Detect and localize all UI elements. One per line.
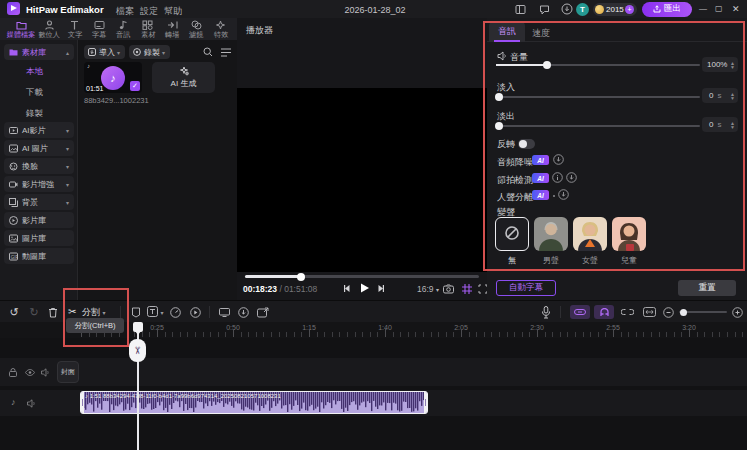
sidebar-item-record[interactable]: 錄製 (26, 108, 43, 120)
ai-generate-card[interactable]: AI 生成 (152, 62, 215, 93)
magnet-toggle-button[interactable] (594, 305, 614, 319)
tab-subtitles[interactable]: 字幕 (87, 19, 111, 40)
zoom-in-icon[interactable] (731, 306, 743, 318)
app-title: HitPaw Edimakor (26, 4, 104, 15)
auto-subtitle-button[interactable]: 自動字幕 (496, 280, 556, 296)
seek-thumb[interactable] (297, 273, 305, 281)
tab-materials[interactable]: 素材 (136, 19, 160, 40)
maximize-button[interactable]: ▢ (715, 4, 723, 13)
total-time: 01:51:08 (284, 284, 317, 294)
cover-button[interactable]: 封面 (57, 361, 79, 383)
clip-duration: 01:51 (86, 85, 104, 92)
clip-filename: 88b3429...1002231 (84, 96, 149, 105)
voiceover-mic-icon[interactable] (539, 305, 552, 319)
track-visibility-icon[interactable] (24, 367, 35, 377)
reset-button[interactable]: 重置 (678, 280, 736, 296)
sidebar-item-video-library[interactable]: 影片庫 (4, 212, 74, 228)
titlebar: HitPaw Edimakor 檔案 設定 幫助 2026-01-28_02 T… (0, 0, 747, 18)
zoom-thumb[interactable] (680, 309, 687, 316)
split-cursor: ✂ (129, 339, 146, 362)
sidebar-group-materials[interactable]: 素材庫 ▴ (4, 44, 74, 60)
sidebar-item-ai-video[interactable]: AI影片 ▾ (4, 122, 74, 138)
tab-media-files[interactable]: 媒體檔案 (6, 19, 36, 40)
seek-slider[interactable] (245, 275, 479, 278)
delete-button[interactable] (47, 306, 59, 318)
video-library-icon (9, 216, 18, 225)
keyframe-play-icon[interactable] (189, 306, 201, 318)
track-lock-icon[interactable] (8, 367, 18, 377)
link-toggle-button[interactable] (570, 305, 590, 319)
expand-icon: ▾ (66, 145, 69, 152)
speed-tool-icon[interactable] (169, 306, 181, 318)
media-panel: 導入 ▾ 錄製 ▾ ♪ ♪ 01:51 ✓ 88b3429...1002231 (79, 40, 237, 300)
user-avatar[interactable]: T (576, 3, 589, 16)
highlight-box-properties (483, 21, 745, 271)
app-logo (7, 2, 20, 15)
subtitles-icon (94, 20, 105, 30)
download-center-icon[interactable] (561, 3, 573, 15)
prev-frame-button[interactable] (342, 283, 353, 294)
aspect-ratio-select[interactable]: 16:9 ▾ (417, 284, 439, 294)
undo-button[interactable]: ↺ (8, 306, 20, 318)
tab-audio[interactable]: 音訊 (111, 19, 135, 40)
unlink-icon[interactable] (620, 306, 634, 318)
coins-count: 2015 (606, 5, 624, 14)
layout-icon[interactable] (514, 3, 526, 15)
video-track-row: 封面 (0, 358, 747, 386)
redo-button[interactable]: ↻ (28, 306, 40, 318)
tab-filters[interactable]: 濾鏡 (184, 19, 208, 40)
sidebar-item-video-enhance[interactable]: 影片增強 ▾ (4, 176, 74, 192)
audio-clip[interactable]: ♪ 1:51 88b34294-47f8-11f0-b4d1-7a99b6d97… (80, 391, 428, 414)
clip-checkbox[interactable]: ✓ (130, 81, 140, 91)
video-viewport[interactable] (237, 88, 487, 272)
tab-text[interactable]: 文字 (63, 19, 87, 40)
effects-icon (215, 20, 226, 30)
marker-icon[interactable] (130, 306, 142, 318)
sidebar-item-local[interactable]: 本地 (26, 66, 43, 78)
record-button[interactable]: 錄製 ▾ (129, 45, 170, 59)
tab-effects[interactable]: 特效 (209, 19, 233, 40)
audio-track-icon: ♪ (11, 397, 16, 407)
play-button[interactable] (357, 281, 371, 295)
track-mute-icon[interactable] (40, 367, 50, 377)
tab-digital-human[interactable]: 數位人 (36, 19, 62, 40)
feedback-icon[interactable] (538, 3, 550, 15)
audio-clip-label: ♪ 1:51 88b34294-47f8-11f0-b4d1-7a99b6d97… (85, 393, 281, 399)
close-button[interactable]: ✕ (732, 4, 740, 14)
search-icon[interactable] (202, 46, 214, 58)
export-button[interactable]: 匯出 (642, 2, 692, 17)
fit-timeline-icon[interactable] (642, 306, 656, 318)
sidebar-item-face-swap[interactable]: 換臉 ▾ (4, 158, 74, 174)
snapshot-icon[interactable] (442, 283, 454, 295)
zoom-out-icon[interactable] (662, 306, 674, 318)
library-sidebar: 素材庫 ▴ 本地 下載 錄製 AI影片 ▾ AI 圖片 ▾ 換臉 ▾ 影片增強 … (0, 40, 78, 300)
monitor-icon[interactable] (218, 306, 230, 318)
timeline-zoom-slider[interactable] (679, 311, 727, 313)
grid-crop-icon[interactable] (461, 283, 473, 295)
audio-track-mute-icon[interactable] (26, 398, 36, 408)
text-tool-button[interactable]: ▾ (147, 306, 164, 317)
clip-right-handle[interactable] (424, 392, 427, 414)
current-time: 00:18:23 (243, 284, 277, 294)
list-view-icon[interactable] (220, 46, 232, 58)
menu-help[interactable]: 幫助 (164, 5, 182, 18)
media-clip-card[interactable]: ♪ ♪ 01:51 ✓ (84, 62, 142, 93)
sidebar-item-ai-image[interactable]: AI 圖片 ▾ (4, 140, 74, 156)
audio-thumb-icon: ♪ (101, 66, 125, 90)
menu-file[interactable]: 檔案 (116, 5, 134, 18)
coins-pill[interactable]: 2015 + (593, 3, 637, 16)
download-clip-icon[interactable] (237, 306, 249, 318)
sidebar-item-background[interactable]: 背景 ▾ (4, 194, 74, 210)
clip-left-handle[interactable] (81, 392, 84, 414)
sidebar-item-image-library[interactable]: 圖片庫 (4, 230, 74, 246)
menu-settings[interactable]: 設定 (140, 5, 158, 18)
export-clip-icon[interactable] (256, 306, 269, 318)
sidebar-item-gif-library[interactable]: GIF 動圖庫 (4, 248, 74, 264)
import-button[interactable]: 導入 ▾ (84, 45, 125, 59)
sidebar-item-download[interactable]: 下載 (26, 87, 43, 99)
tab-transitions[interactable]: 轉場 (160, 19, 184, 40)
minimize-button[interactable]: — (699, 4, 707, 13)
add-coins-icon[interactable]: + (625, 5, 634, 14)
folder-icon (9, 48, 18, 56)
next-frame-button[interactable] (375, 283, 386, 294)
